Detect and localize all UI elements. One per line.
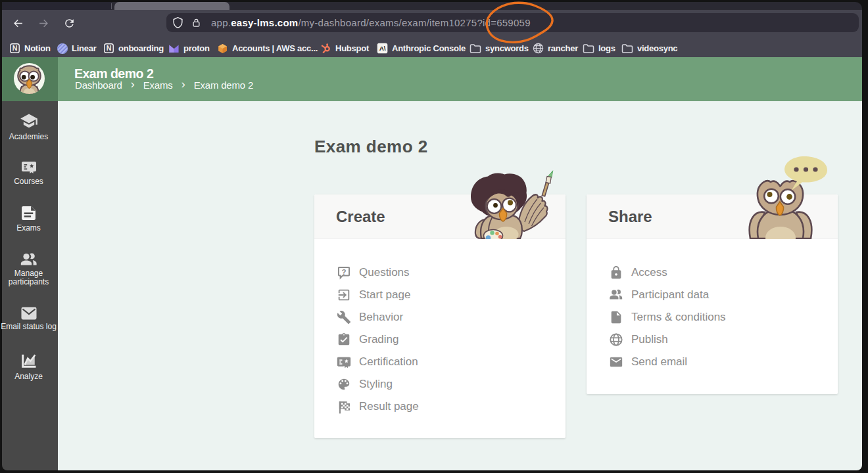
svg-text:N: N <box>12 44 18 52</box>
svg-text:?: ? <box>342 267 347 275</box>
svg-text:A\: A\ <box>379 45 386 52</box>
svg-text:N: N <box>107 44 112 52</box>
